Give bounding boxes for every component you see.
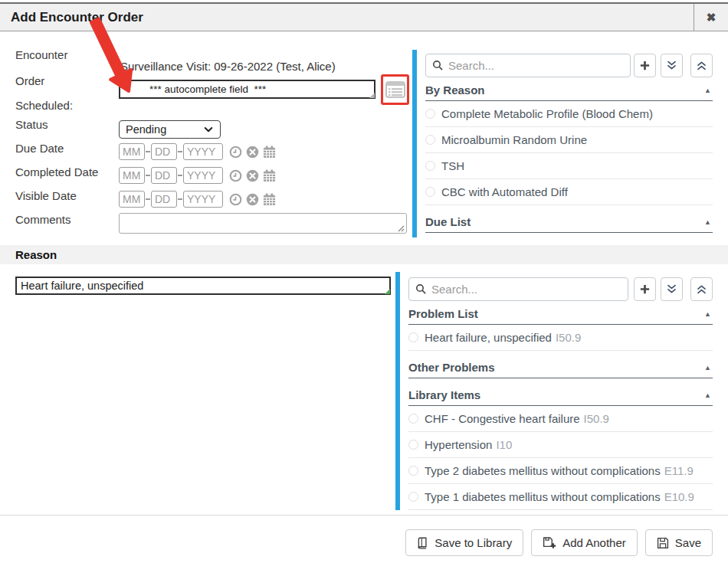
date-dash bbox=[178, 175, 182, 176]
calendar-icon[interactable] bbox=[263, 169, 276, 182]
icd-code: I10 bbox=[496, 438, 512, 451]
list-item[interactable]: CBC with Automated Diff bbox=[425, 179, 713, 205]
clock-icon[interactable] bbox=[229, 193, 242, 206]
clear-icon[interactable] bbox=[246, 193, 259, 206]
expand-all-button[interactable] bbox=[661, 277, 683, 301]
reason-section-title: Reason bbox=[15, 248, 57, 261]
add-order-button[interactable] bbox=[634, 54, 656, 77]
visible-date-dd-input[interactable] bbox=[151, 191, 177, 208]
icd-code: I50.9 bbox=[556, 331, 581, 344]
save-icon bbox=[657, 537, 669, 549]
icd-code: E11.9 bbox=[664, 464, 694, 477]
save-button[interactable]: Save bbox=[645, 529, 713, 556]
calendar-icon[interactable] bbox=[263, 193, 276, 206]
add-another-button[interactable]: Add Another bbox=[531, 529, 638, 556]
due-date-row bbox=[119, 142, 276, 161]
section-header-by-reason[interactable]: By Reason ▲ bbox=[425, 80, 713, 101]
double-chevron-down-icon bbox=[666, 283, 677, 295]
section-header-other-problems[interactable]: Other Problems ▲ bbox=[408, 357, 713, 378]
encounter-label: Encounter bbox=[15, 48, 67, 61]
order-list-picker-button[interactable] bbox=[384, 77, 407, 102]
collapse-triangle-icon: ▲ bbox=[704, 364, 713, 372]
radio-circle-icon bbox=[425, 109, 435, 119]
radio-circle-icon bbox=[408, 332, 418, 342]
list-item[interactable]: Complete Metabolic Profile (Blood Chem) bbox=[425, 101, 713, 127]
completed-date-mm-input[interactable] bbox=[119, 167, 145, 184]
order-search-input[interactable] bbox=[448, 59, 624, 72]
section-header-due-list[interactable]: Due List ▲ bbox=[425, 211, 713, 233]
completed-date-dd-input[interactable] bbox=[151, 167, 177, 184]
chevron-down-icon bbox=[203, 124, 214, 135]
search-icon bbox=[415, 283, 427, 295]
footer-divider bbox=[0, 515, 728, 516]
reason-autocomplete-input[interactable] bbox=[15, 277, 391, 295]
reason-search-box bbox=[408, 277, 628, 301]
list-item[interactable]: Hypertension I10 bbox=[408, 432, 713, 458]
status-label: Status bbox=[15, 118, 48, 131]
calendar-icon[interactable] bbox=[263, 146, 276, 159]
clear-icon[interactable] bbox=[246, 146, 259, 159]
plus-icon bbox=[639, 283, 651, 295]
radio-circle-icon bbox=[408, 440, 418, 450]
icd-code: I50.9 bbox=[584, 412, 609, 425]
collapse-triangle-icon: ▲ bbox=[704, 218, 713, 226]
comments-textarea[interactable] bbox=[119, 213, 407, 234]
due-date-label: Due Date bbox=[15, 142, 64, 155]
date-dash bbox=[178, 151, 182, 152]
completed-date-label: Completed Date bbox=[15, 165, 98, 178]
radio-circle-icon bbox=[408, 414, 418, 424]
date-dash bbox=[146, 175, 150, 176]
order-autocomplete-input[interactable] bbox=[119, 80, 375, 99]
reason-input-resize-handle bbox=[385, 289, 390, 294]
status-value: Pending bbox=[126, 123, 203, 136]
due-date-yyyy-input[interactable] bbox=[183, 143, 223, 160]
save-plus-icon bbox=[543, 536, 556, 549]
footer-actions: Save to Library Add Another Save bbox=[405, 529, 713, 556]
completed-date-row bbox=[119, 166, 276, 185]
collapse-triangle-icon: ▲ bbox=[704, 391, 713, 399]
list-icon bbox=[385, 81, 405, 98]
section-header-library-items[interactable]: Library Items ▲ bbox=[408, 385, 713, 406]
dialog-titlebar: Add Encounter Order ✖ bbox=[0, 2, 728, 31]
reason-search-input[interactable] bbox=[431, 283, 621, 296]
double-chevron-up-icon bbox=[696, 60, 707, 71]
icd-code: E10.9 bbox=[664, 490, 694, 503]
section-header-problem-list[interactable]: Problem List ▲ bbox=[408, 303, 713, 325]
collapse-triangle-icon: ▲ bbox=[704, 87, 713, 94]
list-item[interactable]: Type 1 diabetes mellitus without complic… bbox=[408, 484, 713, 510]
order-input-resize-handle bbox=[369, 93, 375, 98]
add-reason-button[interactable] bbox=[634, 277, 656, 301]
clock-icon[interactable] bbox=[229, 169, 242, 182]
list-item[interactable]: Microalbumin Random Urine bbox=[425, 127, 713, 153]
clear-icon[interactable] bbox=[246, 169, 259, 182]
collapse-triangle-icon: ▲ bbox=[704, 310, 713, 318]
save-to-library-button[interactable]: Save to Library bbox=[405, 529, 523, 556]
visible-date-mm-input[interactable] bbox=[119, 191, 145, 208]
completed-date-yyyy-input[interactable] bbox=[183, 167, 223, 184]
list-item[interactable]: CHF - Congestive heart failure I50.9 bbox=[408, 406, 713, 432]
collapse-all-button[interactable] bbox=[690, 54, 713, 77]
close-icon: ✖ bbox=[707, 11, 717, 25]
add-encounter-order-dialog: Add Encounter Order ✖ Encounter Order Sc… bbox=[0, 0, 728, 563]
due-date-dd-input[interactable] bbox=[151, 143, 177, 160]
order-search-box bbox=[425, 54, 631, 77]
list-item[interactable]: Type 2 diabetes mellitus without complic… bbox=[408, 458, 713, 484]
reason-section-header: Reason bbox=[0, 245, 728, 264]
collapse-all-button[interactable] bbox=[690, 277, 713, 301]
double-chevron-down-icon bbox=[666, 60, 677, 71]
list-item[interactable]: Heart failure, unspecified I50.9 bbox=[408, 325, 713, 351]
plus-icon bbox=[639, 60, 651, 71]
comments-label: Comments bbox=[15, 213, 71, 226]
panel-divider-bar bbox=[395, 272, 400, 510]
status-select[interactable]: Pending bbox=[119, 120, 221, 139]
clock-icon[interactable] bbox=[229, 146, 242, 159]
list-item[interactable]: TSH bbox=[425, 153, 713, 179]
visible-date-label: Visible Date bbox=[15, 189, 77, 202]
expand-all-button[interactable] bbox=[661, 54, 683, 77]
visible-date-yyyy-input[interactable] bbox=[183, 191, 223, 208]
close-button[interactable]: ✖ bbox=[694, 4, 728, 31]
scheduled-label: Scheduled: bbox=[15, 99, 73, 112]
encounter-value: Surveillance Visit: 09-26-2022 (Test, Al… bbox=[120, 60, 336, 73]
due-date-mm-input[interactable] bbox=[119, 143, 145, 160]
visible-date-row bbox=[119, 190, 276, 208]
